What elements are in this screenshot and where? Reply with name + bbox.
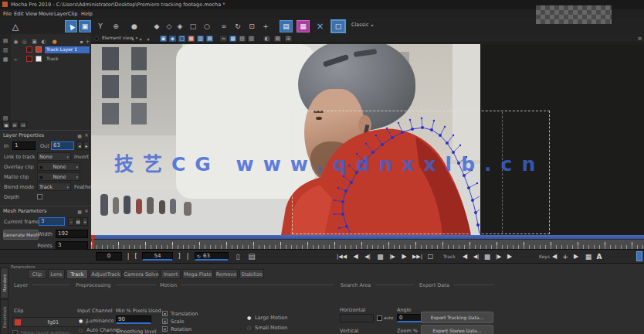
show-zoom-window-toggle[interactable]: ▥ (196, 35, 205, 43)
timeline-lock-toggle[interactable] (636, 251, 642, 261)
link-to-track-dropdown[interactable]: None ▾ (37, 152, 71, 161)
clip-dropdown[interactable]: fg01 ▾ (12, 317, 90, 327)
panel-grid-icon[interactable]: ▦ (76, 132, 83, 138)
marquee-select-tool[interactable]: ▣ (79, 20, 91, 32)
prev-keyframe-button[interactable]: ◀ (550, 251, 559, 261)
zoom-tool[interactable]: ● (128, 20, 141, 32)
large-motion-radio[interactable]: ● (247, 315, 251, 320)
channel-preset-dropdown[interactable]: ▾ (145, 35, 151, 43)
show-spline-tangents-toggle[interactable]: ◈ (168, 35, 177, 43)
export-tracking-data-button[interactable]: Export Tracking Data... (421, 312, 493, 323)
bezier-spline-tool[interactable]: ◇ (164, 20, 175, 32)
add-keyframe-button[interactable]: + (561, 251, 570, 261)
menu-clip[interactable]: Clip (68, 11, 77, 17)
lut-button[interactable]: ▤ (273, 35, 282, 43)
goto-in-button[interactable]: [ (133, 252, 139, 261)
rotation-checkbox[interactable]: × (162, 326, 168, 332)
scale-checkbox[interactable]: × (162, 319, 168, 324)
layer-row-1[interactable]: Track Layer 1 (11, 46, 91, 54)
track-step-forward-button[interactable]: |▶ (493, 251, 503, 261)
perspective-tool[interactable]: ⊡ (246, 20, 258, 32)
lasso-tool[interactable]: Y (94, 20, 107, 32)
menu-movie[interactable]: Movie (39, 11, 53, 17)
menu-file[interactable]: File (3, 11, 12, 17)
tab-lens[interactable]: Lens (48, 269, 65, 279)
side-tab-essentials[interactable]: Essentials (0, 299, 8, 334)
menu-layer[interactable]: Layer (54, 11, 68, 17)
grid-overlay-button[interactable]: ▦ (297, 20, 310, 32)
layer-name[interactable]: Track Layer 1 (45, 46, 90, 53)
new-layer-button[interactable]: ▣ (2, 121, 10, 128)
rectangle-tool[interactable]: □ (187, 20, 199, 32)
step-back-button[interactable]: ◀| (362, 251, 373, 261)
min-pixels-field[interactable]: 90 (116, 315, 151, 324)
pan-tool[interactable]: ⊕ (110, 20, 122, 32)
tab-adjusttrack[interactable]: AdjustTrack (90, 269, 122, 279)
frame-minus-button[interactable]: – (68, 217, 74, 226)
translation-checkbox[interactable]: × (162, 311, 168, 316)
menu-edit[interactable]: Edit (14, 11, 24, 17)
duplicate-layer-button[interactable]: ⊞ (11, 121, 19, 128)
overlay-toggle[interactable]: ▨ (238, 35, 246, 43)
layer-name[interactable]: Track (45, 56, 90, 63)
timeline-ruler[interactable] (91, 239, 644, 249)
matte-clip-dropdown[interactable]: ● None ▾ (37, 172, 80, 181)
color-all-icon[interactable]: ◐ (40, 38, 47, 45)
show-outlines-checkbox[interactable] (12, 330, 18, 334)
filmstrip-icon[interactable]: ▤ (246, 251, 258, 261)
mark-out-button[interactable]: | (185, 252, 190, 261)
menu-help[interactable]: Help (81, 11, 93, 17)
ellipse-tool[interactable]: ○ (201, 20, 213, 32)
x-spline-tool[interactable]: ◆ (151, 20, 162, 32)
layer-color-chip[interactable] (36, 46, 42, 53)
goto-out-button[interactable]: ] (176, 252, 182, 261)
collapse-icon[interactable]: ▪ (79, 38, 84, 45)
link-tool[interactable]: ∞ (218, 20, 230, 32)
move-tool[interactable]: + (259, 20, 272, 32)
tab-remove[interactable]: Remove (215, 269, 238, 279)
next-keyframe-button[interactable]: ▶ (571, 251, 581, 261)
luminance-radio[interactable]: ● (79, 318, 83, 323)
delete-layer-button[interactable]: ⊟ (19, 121, 27, 128)
autokey-button[interactable]: A (595, 251, 604, 261)
panel-close-icon[interactable]: × (83, 208, 90, 214)
current-frame-field[interactable]: 3 (39, 217, 65, 226)
brightness-button[interactable]: ◐ (263, 35, 271, 43)
frame-list-button[interactable]: ▤ (75, 217, 81, 226)
show-grid-toggle[interactable]: ▦ (187, 35, 195, 43)
depth-checkbox[interactable] (37, 194, 42, 199)
show-surface-toggle[interactable]: □ (178, 35, 186, 43)
playhead[interactable] (92, 235, 93, 249)
tab-insert[interactable]: Insert (161, 269, 181, 279)
in-field[interactable]: 1 (12, 141, 36, 150)
split-view-button[interactable]: ⊞ (284, 35, 293, 43)
trash-icon[interactable]: ▯ (233, 251, 242, 261)
track-forward-button[interactable]: ▶ (505, 251, 514, 261)
surface-button[interactable]: □ (330, 19, 346, 33)
rotate-tool[interactable]: ↻ (232, 20, 244, 32)
panel-grid-icon[interactable]: ▦ (76, 208, 83, 214)
scale-preset-dropdown[interactable]: ▾ (137, 35, 144, 43)
menu-view[interactable]: View (25, 11, 37, 17)
out-field[interactable]: 63 (51, 141, 74, 150)
matte-all-icon[interactable]: ▣ (31, 38, 38, 45)
clips-icon[interactable]: ▥ (2, 46, 9, 54)
loop-mode-button[interactable]: □ (425, 251, 436, 261)
play-backward-button[interactable]: ◀ (351, 251, 361, 261)
layers-icon[interactable]: ▦ (2, 56, 9, 63)
tab-stabilize[interactable]: Stabilize (239, 269, 264, 279)
layout-dropdown[interactable]: Classic ▾ (351, 22, 374, 28)
horizontal-field[interactable] (340, 314, 374, 322)
blend-mode-dropdown[interactable]: Track ▾ (37, 182, 71, 191)
layer-color-chip[interactable] (36, 56, 42, 62)
lock-all-icon[interactable]: ◎ (21, 38, 28, 45)
track-stop-button[interactable]: ■ (483, 251, 492, 261)
side-tab-renders[interactable]: Renders (0, 268, 8, 298)
stabilize-view-toggle[interactable]: ≈ (219, 35, 228, 43)
layer-row-2[interactable]: ∞ Track (11, 55, 91, 63)
insert-module-button[interactable]: ▤ (280, 20, 293, 32)
overlay-clip-dropdown[interactable]: ● None ▾ (37, 162, 80, 171)
width-field[interactable]: 192 (56, 230, 88, 238)
track-backward-button[interactable]: ◀ (460, 251, 469, 261)
go-start-button[interactable]: |◀◀ (335, 251, 348, 261)
